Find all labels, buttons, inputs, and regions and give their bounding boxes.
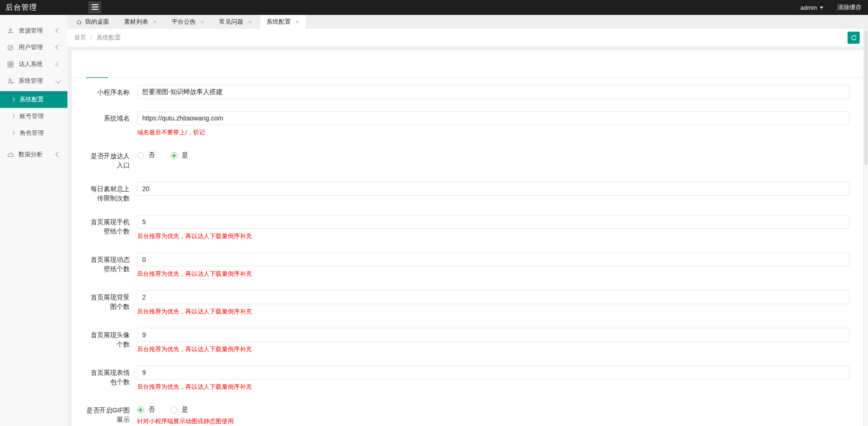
window-tab[interactable]: 系统配置 × bbox=[260, 15, 306, 29]
field-hint: 域名最后不要带上/，切记 bbox=[137, 128, 849, 137]
field-label: 每日素材总上传限制次数 bbox=[86, 182, 130, 203]
form-row: 是否开启GIF图展示 否 是 针对小程序端展示动图或静态图使用 bbox=[86, 403, 856, 426]
settings-tab[interactable] bbox=[287, 70, 309, 78]
form-row: 首页展现背景图个数 后台推荐为优先，再以达人下载量倒序补充 bbox=[86, 290, 856, 316]
close-icon[interactable]: × bbox=[296, 19, 299, 25]
breadcrumb-separator: / bbox=[91, 34, 92, 41]
form-row: 首页展现手机壁纸个数 后台推荐为优先，再以达人下载量倒序补充 bbox=[86, 215, 856, 240]
refresh-button[interactable] bbox=[848, 32, 860, 44]
text-input[interactable] bbox=[137, 182, 849, 196]
settings-tab[interactable] bbox=[264, 70, 287, 78]
settings-tab[interactable] bbox=[220, 70, 242, 78]
text-input[interactable] bbox=[137, 253, 849, 266]
sidebar-item[interactable]: 达人系统 bbox=[0, 56, 67, 73]
sidebar-item[interactable]: 用户管理 bbox=[0, 39, 67, 56]
form-row: 每日素材总上传限制次数 bbox=[86, 182, 856, 203]
text-input[interactable] bbox=[137, 290, 849, 304]
form-row: 系统域名 域名最后不要带上/，切记 bbox=[86, 111, 856, 137]
text-input[interactable] bbox=[137, 111, 849, 125]
scrollbar[interactable] bbox=[863, 29, 868, 426]
settings-tabs bbox=[72, 50, 863, 78]
radio-circle-icon bbox=[171, 152, 178, 159]
settings-tab[interactable] bbox=[309, 70, 331, 78]
settings-tab[interactable] bbox=[175, 70, 197, 78]
sidebar-item-label: 系统管理 bbox=[19, 77, 56, 85]
field-label: 是否开放达人入口 bbox=[86, 149, 130, 170]
settings-form: 小程序名称 系统域名 域名最后不要带上/，切记 是否开放达人入口 否 是 每日素… bbox=[72, 78, 863, 426]
settings-tab[interactable] bbox=[242, 70, 264, 78]
window-tab[interactable]: 素材列表 × bbox=[118, 15, 163, 29]
sidebar-subitem-label: 系统配置 bbox=[20, 95, 44, 104]
scrollbar-thumb[interactable] bbox=[864, 30, 868, 165]
settings-tab[interactable] bbox=[153, 70, 175, 78]
settings-tab[interactable] bbox=[108, 70, 131, 78]
sidebar-subitem[interactable]: 系统配置 bbox=[0, 91, 67, 108]
text-input[interactable] bbox=[137, 328, 849, 342]
field-label: 小程序名称 bbox=[86, 85, 130, 99]
window-tab[interactable]: 常见问题 × bbox=[212, 15, 258, 29]
sidebar-submenu: 系统配置 账号管理 角色管理 bbox=[0, 91, 67, 141]
sidebar-item-label: 数据分析 bbox=[19, 150, 56, 159]
breadcrumb: 首页/系统配置 bbox=[74, 29, 121, 47]
breadcrumb-home[interactable]: 首页 bbox=[74, 34, 86, 41]
sidebar-subitem[interactable]: 账号管理 bbox=[0, 108, 67, 125]
radio-option[interactable]: 是 bbox=[171, 151, 188, 160]
sidebar-subitem[interactable]: 角色管理 bbox=[0, 125, 67, 141]
field-hint: 后台推荐为优先，再以达人下载量倒序补充 bbox=[137, 383, 849, 391]
sidebar-item[interactable]: 系统管理 bbox=[0, 73, 67, 89]
close-icon[interactable]: × bbox=[200, 19, 204, 25]
sidebar-subitem-label: 账号管理 bbox=[20, 112, 44, 120]
sidebar-item[interactable]: 资源管理 bbox=[0, 22, 67, 39]
chevron-icon bbox=[55, 28, 60, 33]
field-label: 系统域名 bbox=[86, 111, 130, 137]
sidebar-subitem-label: 角色管理 bbox=[20, 129, 44, 137]
window-tab-label: 常见问题 bbox=[219, 18, 243, 26]
form-row: 首页展现动态壁纸个数 后台推荐为优先，再以达人下载量倒序补充 bbox=[86, 253, 856, 278]
close-icon[interactable]: × bbox=[248, 19, 251, 25]
app-title: 后台管理 bbox=[6, 0, 37, 15]
settings-tab[interactable] bbox=[86, 70, 108, 78]
text-input[interactable] bbox=[137, 215, 849, 229]
window-tab[interactable]: 我的桌面 bbox=[70, 15, 116, 29]
breadcrumb-current: 系统配置 bbox=[97, 34, 121, 41]
user-gear-icon bbox=[7, 77, 14, 85]
settings-card: 小程序名称 系统域名 域名最后不要带上/，切记 是否开放达人入口 否 是 每日素… bbox=[72, 50, 863, 426]
window-tab-label: 我的桌面 bbox=[85, 18, 109, 26]
window-tab-label: 系统配置 bbox=[267, 18, 291, 26]
chevron-right-icon bbox=[11, 131, 15, 135]
form-row: 首页展现表情包个数 后台推荐为优先，再以达人下载量倒序补充 bbox=[86, 366, 856, 391]
radio-option[interactable]: 是 bbox=[171, 406, 188, 414]
sidebar-toggle-button[interactable] bbox=[88, 1, 101, 13]
field-label: 首页展现背景图个数 bbox=[86, 290, 130, 316]
workspace: 我的桌面 素材列表 × 平台公告 × 常见问题 × 系统配置 × 首页/系统配置 bbox=[67, 15, 868, 426]
user-icon bbox=[7, 27, 14, 34]
text-input[interactable] bbox=[137, 366, 849, 379]
radio-circle-icon bbox=[171, 406, 178, 413]
radio-option[interactable]: 否 bbox=[137, 151, 155, 160]
user-menu[interactable]: admin bbox=[801, 4, 823, 11]
caret-down-icon bbox=[820, 7, 823, 9]
radio-option-label: 否 bbox=[148, 406, 155, 414]
home-icon bbox=[76, 19, 82, 25]
text-input[interactable] bbox=[137, 85, 849, 99]
sidebar-item[interactable]: 数据分析 bbox=[0, 146, 67, 163]
sidebar-menu: 资源管理 用户管理 达人系统 系统管理 系统配置 账号管理 角色管理 数据分析 bbox=[0, 15, 67, 163]
field-label: 首页展现表情包个数 bbox=[86, 366, 130, 391]
sidebar: 资源管理 用户管理 达人系统 系统管理 系统配置 账号管理 角色管理 数据分析 bbox=[0, 15, 67, 426]
radio-option-label: 否 bbox=[148, 151, 155, 160]
radio-option-label: 是 bbox=[182, 151, 188, 160]
settings-tab[interactable] bbox=[197, 70, 220, 78]
settings-tab[interactable] bbox=[131, 70, 153, 78]
chevron-icon bbox=[55, 152, 60, 157]
window-tab[interactable]: 平台公告 × bbox=[165, 15, 210, 29]
chevron-right-icon bbox=[11, 98, 15, 101]
close-icon[interactable]: × bbox=[153, 19, 157, 25]
chevron-icon bbox=[55, 78, 60, 83]
sidebar-item-label: 达人系统 bbox=[19, 60, 56, 68]
radio-circle-icon bbox=[137, 406, 144, 413]
radio-option[interactable]: 否 bbox=[137, 406, 155, 414]
field-label: 是否开启GIF图展示 bbox=[86, 403, 130, 426]
window-tabs: 我的桌面 素材列表 × 平台公告 × 常见问题 × 系统配置 × bbox=[67, 15, 868, 29]
clear-cache-button[interactable]: 清除缓存 bbox=[837, 3, 861, 12]
field-hint: 后台推荐为优先，再以达人下载量倒序补充 bbox=[137, 270, 849, 278]
